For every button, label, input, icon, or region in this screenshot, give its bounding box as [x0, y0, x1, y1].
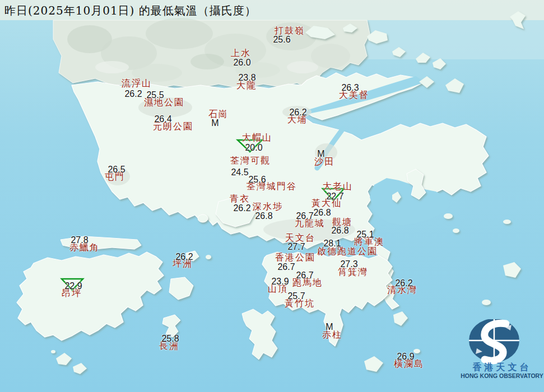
station-value: 26.2 — [233, 204, 250, 213]
station-label: 石崗 — [208, 110, 229, 119]
station-label: 流浮山 — [122, 79, 152, 88]
station-label: 深水埗 — [253, 202, 283, 211]
station-label: 青衣 — [230, 194, 250, 203]
station-value: 26.8 — [255, 212, 272, 221]
station-value: 27.7 — [287, 242, 305, 251]
station-label: 打鼓嶺 — [275, 26, 305, 35]
page-title: 昨日(2025年10月01日) 的最低氣溫（攝氏度） — [4, 3, 257, 18]
station-label: 大老山 — [323, 182, 353, 191]
station-value: 26.8 — [313, 208, 331, 217]
station-label: 黃大仙 — [311, 199, 342, 208]
station-value: M — [326, 323, 333, 332]
station-label: 沙田 — [314, 157, 334, 166]
station-value: 26.2 — [289, 108, 306, 117]
station-label: 香港公園 — [275, 253, 315, 262]
station-value: M — [317, 150, 324, 158]
station-value: 26.8 — [331, 226, 348, 235]
station-value: 26.7 — [277, 263, 295, 272]
station-value: 25.6 — [273, 35, 290, 44]
station-label: 啟德跑道公園 — [317, 247, 378, 256]
station-value: 27.8 — [71, 236, 88, 245]
station-value: M — [211, 119, 218, 128]
station-value: 25.8 — [161, 334, 179, 343]
hko-logo-text-en: HONG KONG OBSERVATORY — [461, 372, 543, 379]
station-value: 26.7 — [296, 212, 313, 221]
station-value: 23.8 — [238, 73, 255, 82]
station-value: 26.4 — [154, 115, 171, 124]
station-label: 上水 — [231, 49, 251, 58]
hko-logo: 香港天文台 HONG KONG OBSERVATORY — [460, 319, 544, 392]
station-value: 26.9 — [397, 352, 414, 361]
station-label: 天文台 — [285, 234, 315, 242]
station-value: 26.2 — [124, 90, 142, 99]
station-value: 26.0 — [233, 58, 250, 67]
station-value: 20.0 — [245, 143, 262, 152]
station-value: 22.9 — [64, 282, 82, 291]
hko-logo-text-zh: 香港天文台 — [473, 362, 532, 374]
station-value: 25.1 — [356, 230, 374, 239]
station-label: 赤柱 — [322, 330, 342, 339]
station-value: 26.3 — [341, 83, 359, 92]
station-value: 28.1 — [323, 239, 341, 248]
station-label: 筲箕灣 — [338, 268, 368, 277]
min-temperature-map: 打鼓嶺25.6上水26.0大隴23.8大美督26.3流浮山26.2濕地公園25.… — [0, 0, 544, 392]
station-value: 27.3 — [340, 260, 357, 269]
station-value: 24.5 — [231, 168, 248, 177]
station-label: 大帽山 — [242, 133, 272, 142]
station-value: 26.7 — [296, 271, 313, 280]
station-value: 26.5 — [108, 165, 125, 174]
station-label: 荃灣可觀 — [230, 156, 271, 165]
station-value: 26.2 — [395, 279, 412, 288]
hko-logo-icon — [460, 319, 544, 392]
station-value: 25.6 — [248, 175, 266, 184]
station-value: 25.5 — [146, 91, 164, 100]
station-label: 大隴 — [236, 81, 257, 90]
station-value: 26.2 — [175, 253, 193, 262]
station-value: 23.9 — [271, 277, 289, 286]
station-value: 25.7 — [287, 292, 305, 301]
